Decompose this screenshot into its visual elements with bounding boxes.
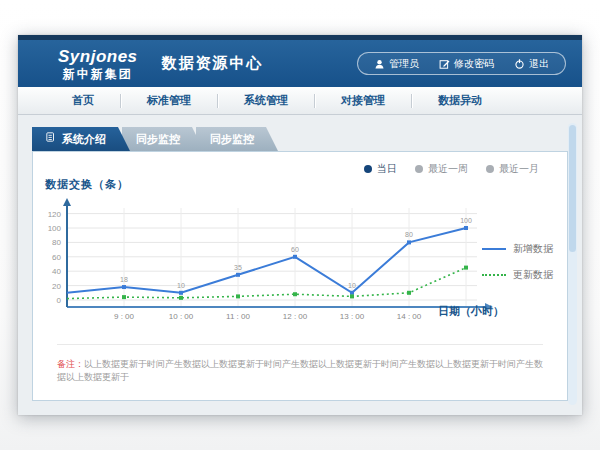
data-point [464,226,468,230]
svg-text:80: 80 [405,231,413,238]
logo: Synjones 新中新集团 [58,48,138,80]
nav-item-2[interactable]: 系统管理 [218,87,314,114]
svg-text:100: 100 [48,224,62,233]
legend-item-1[interactable]: 更新数据 [482,268,553,282]
axes [63,198,493,311]
nav-item-3[interactable]: 对接管理 [315,87,411,114]
radio-dot-icon [415,165,423,173]
data-point [236,273,240,277]
chart-legend: 新增数据更新数据 [482,242,553,294]
document-icon [46,127,56,151]
logo-brand: Synjones [58,48,138,65]
svg-text:13 : 00: 13 : 00 [340,312,365,321]
data-point [293,255,297,259]
user-action-label: 退出 [529,57,549,71]
user-actions-group: 管理员修改密码退出 [357,52,566,75]
power-icon [514,58,525,70]
desktop-background: Synjones 新中新集团 数据资源中心 管理员修改密码退出 首页标准管理系统… [0,0,600,450]
edit-icon [439,58,450,70]
user-icon [374,58,385,70]
line-chart: 0204060801001209 : 0010 : 0011 : 0012 : … [45,192,515,342]
x-axis-title: 日期（小时） [438,304,504,319]
doc-icon [46,131,56,143]
nav-item-0[interactable]: 首页 [46,87,120,114]
range-option-label: 当日 [377,162,397,176]
user-action-0[interactable]: 管理员 [364,57,429,71]
app-window: Synjones 新中新集团 数据资源中心 管理员修改密码退出 首页标准管理系统… [18,35,582,415]
user-action-1[interactable]: 修改密码 [429,57,504,71]
tab-label: 同步监控 [136,127,180,151]
app-header: Synjones 新中新集团 数据资源中心 管理员修改密码退出 [18,40,582,87]
tab-label: 同步监控 [210,127,254,151]
svg-text:12 : 00: 12 : 00 [283,312,308,321]
note-text: 以上数据更新于时间产生数据以上数据更新于时间产生数据以上数据更新于时间产生数据以… [57,359,543,382]
svg-text:60: 60 [52,253,61,262]
svg-text:0: 0 [57,296,62,305]
scrollbar-thumb[interactable] [569,125,576,252]
data-point [293,292,297,296]
legend-swatch-icon [482,274,506,276]
page-title: 数据资源中心 [162,54,264,73]
nav-item-1[interactable]: 标准管理 [121,87,217,114]
svg-text:120: 120 [48,210,62,219]
svg-text:10: 10 [348,282,356,289]
radio-dot-icon [486,165,494,173]
legend-label: 新增数据 [513,242,553,256]
svg-text:100: 100 [460,217,472,224]
svg-text:80: 80 [52,238,61,247]
svg-text:10 : 00: 10 : 00 [169,312,194,321]
data-point [179,291,183,295]
data-point [122,295,126,299]
svg-text:60: 60 [291,246,299,253]
data-point [122,285,126,289]
user-action-label: 管理员 [389,57,419,71]
user-action-label: 修改密码 [454,57,494,71]
svg-text:40: 40 [52,267,61,276]
svg-text:18: 18 [120,276,128,283]
data-point [464,266,468,270]
note-label: 备注： [57,359,84,369]
tab-2[interactable]: 同步监控 [196,127,278,151]
svg-text:11 : 00: 11 : 00 [226,312,250,321]
svg-text:10: 10 [177,282,185,289]
range-option-label: 最近一月 [499,162,539,176]
range-option-1[interactable]: 最近一周 [415,162,468,176]
tab-1[interactable]: 同步监控 [122,127,204,151]
content-area: 系统介绍同步监控同步监控 当日最近一周最近一月 数据交换（条） 02040608… [18,115,582,415]
range-option-2[interactable]: 最近一月 [486,162,539,176]
y-axis-title: 数据交换（条） [45,177,129,192]
data-point [350,291,354,295]
svg-text:9 : 00: 9 : 00 [114,312,135,321]
svg-text:20: 20 [52,282,61,291]
legend-swatch-icon [482,248,506,250]
series-0: 181035601080100 [67,217,472,295]
main-nav: 首页标准管理系统管理对接管理数据异动 [18,87,582,115]
logo-company: 新中新集团 [58,68,138,80]
user-action-2[interactable]: 退出 [504,57,559,71]
note: 备注：以上数据更新于时间产生数据以上数据更新于时间产生数据以上数据更新于时间产生… [57,344,543,383]
data-point [236,294,240,298]
scrollbar[interactable] [568,123,577,405]
svg-text:35: 35 [234,264,242,271]
data-point [407,291,411,295]
range-option-label: 最近一周 [428,162,468,176]
system-intro-panel: 当日最近一周最近一月 数据交换（条） 0204060801001209 : 00… [32,151,568,401]
tab-0[interactable]: 系统介绍 [32,127,130,151]
tab-label: 系统介绍 [62,127,106,151]
data-point [407,240,411,244]
range-option-0[interactable]: 当日 [364,162,397,176]
tab-bar: 系统介绍同步监控同步监控 [32,127,270,151]
legend-label: 更新数据 [513,268,553,282]
data-point [350,294,354,298]
svg-text:14 : 00: 14 : 00 [397,312,422,321]
chart-area: 0204060801001209 : 0010 : 0011 : 0012 : … [45,192,515,342]
radio-dot-icon [364,165,372,173]
legend-item-0[interactable]: 新增数据 [482,242,553,256]
nav-item-4[interactable]: 数据异动 [412,87,508,114]
data-point [179,296,183,300]
range-selector: 当日最近一周最近一月 [364,162,539,176]
x-tick-labels: 9 : 0010 : 0011 : 0012 : 0013 : 0014 : 0… [114,312,422,321]
